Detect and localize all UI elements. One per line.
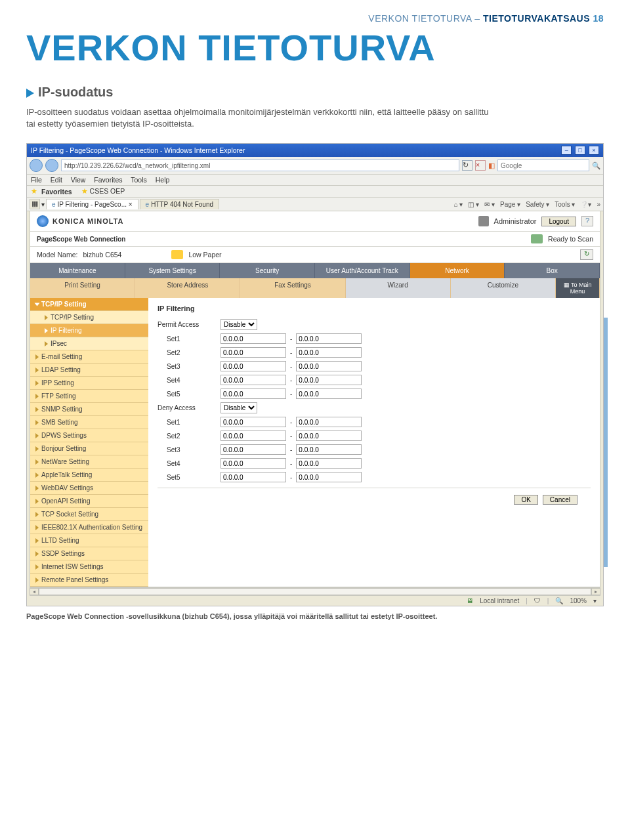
favorites-label[interactable]: Favorites xyxy=(41,188,72,196)
sidebar-item[interactable]: SSDP Settings xyxy=(30,547,148,560)
forward-button[interactable] xyxy=(45,159,58,172)
deny-ip-to[interactable] xyxy=(296,430,362,441)
minimize-icon[interactable]: – xyxy=(561,146,572,155)
permit-ip-from[interactable] xyxy=(220,388,286,399)
sidebar-item[interactable]: Remote Panel Settings xyxy=(30,574,148,587)
deny-ip-from[interactable] xyxy=(220,472,286,482)
search-go-icon[interactable]: 🔍 xyxy=(592,161,600,170)
cancel-button[interactable]: Cancel xyxy=(543,495,578,505)
nav-security[interactable]: Security xyxy=(220,263,315,278)
nav-maintenance[interactable]: Maintenance xyxy=(30,263,125,278)
permit-ip-to[interactable] xyxy=(296,375,362,385)
permit-ip-from[interactable] xyxy=(220,375,286,385)
sidebar-item-tcpip[interactable]: TCP/IP Setting xyxy=(30,311,148,324)
sidebar-head-tcpip[interactable]: TCP/IP Setting xyxy=(30,298,148,311)
scroll-track[interactable] xyxy=(39,588,591,595)
scroll-right-icon[interactable]: ▸ xyxy=(591,588,600,595)
nav-network[interactable]: Network xyxy=(410,263,505,278)
subnav-store[interactable]: Store Address xyxy=(135,278,240,298)
menu-favorites[interactable]: Favorites xyxy=(94,176,122,184)
browser-menu[interactable]: File Edit View Favorites Tools Help xyxy=(27,175,603,186)
deny-ip-from[interactable] xyxy=(220,458,286,469)
sidebar-item[interactable]: SMB Setting xyxy=(30,416,148,429)
nav-userauth[interactable]: User Auth/Account Track xyxy=(315,263,410,278)
horizontal-scrollbar[interactable]: ◂ ▸ xyxy=(30,587,600,595)
permit-ip-to[interactable] xyxy=(296,333,362,344)
sidebar-item[interactable]: SNMP Setting xyxy=(30,403,148,416)
sidebar-item-ipsec[interactable]: IPsec xyxy=(30,337,148,350)
subnav-fax[interactable]: Fax Settings xyxy=(240,278,345,298)
stop-icon[interactable]: × xyxy=(475,160,486,171)
permit-ip-from[interactable] xyxy=(220,347,286,358)
maximize-icon[interactable]: □ xyxy=(575,146,585,155)
deny-access-select[interactable]: Disable xyxy=(220,402,257,413)
sidebar-item[interactable]: OpenAPI Setting xyxy=(30,495,148,508)
feed-icon[interactable]: ◫ ▾ xyxy=(468,201,479,208)
ok-button[interactable]: OK xyxy=(514,495,537,505)
subnav-tomainmenu[interactable]: ▦ To Main Menu xyxy=(556,278,600,298)
deny-ip-from[interactable] xyxy=(220,444,286,455)
mail-icon[interactable]: ✉ ▾ xyxy=(484,201,495,208)
sidebar-item[interactable]: NetWare Setting xyxy=(30,455,148,469)
browser-search-input[interactable] xyxy=(497,159,589,171)
sidebar-item[interactable]: IEEE802.1X Authentication Setting xyxy=(30,521,148,534)
zoom-value[interactable]: 100% xyxy=(570,597,587,604)
sidebar-item[interactable]: DPWS Settings xyxy=(30,429,148,442)
deny-ip-to[interactable] xyxy=(296,472,362,482)
deny-ip-to[interactable] xyxy=(296,458,362,469)
subnav-customize[interactable]: Customize xyxy=(451,278,556,298)
tab-active[interactable]: eIP Filtering - PageSco... × xyxy=(46,199,138,209)
help-icon[interactable]: ❔▾ xyxy=(580,201,591,208)
tab-inactive[interactable]: eHTTP 404 Not Found xyxy=(140,199,219,209)
chevron-right-icon[interactable]: » xyxy=(597,201,600,208)
deny-ip-to[interactable] xyxy=(296,417,362,427)
window-buttons[interactable]: – □ × xyxy=(560,146,599,155)
scroll-left-icon[interactable]: ◂ xyxy=(30,588,39,595)
sidebar-item-ipfiltering[interactable]: IP Filtering xyxy=(30,324,148,337)
safety-menu[interactable]: Safety ▾ xyxy=(526,201,549,208)
sidebar-item[interactable]: LDAP Setting xyxy=(30,364,148,377)
subnav-wizard[interactable]: Wizard xyxy=(346,278,451,298)
refresh-icon[interactable]: ↻ xyxy=(462,160,472,171)
permit-ip-from[interactable] xyxy=(220,361,286,371)
sidebar-item[interactable]: IPP Setting xyxy=(30,377,148,390)
zoom-dropdown-icon[interactable]: ▾ xyxy=(593,597,597,604)
permit-ip-from[interactable] xyxy=(220,333,286,344)
refresh-button[interactable]: ↻ xyxy=(580,249,593,260)
subnav-print[interactable]: Print Setting xyxy=(30,278,135,298)
address-input[interactable] xyxy=(61,159,459,171)
zoom-icon[interactable]: 🔍 xyxy=(555,597,563,604)
permit-ip-to[interactable] xyxy=(296,361,362,371)
deny-ip-from[interactable] xyxy=(220,417,286,427)
menu-tools[interactable]: Tools xyxy=(131,176,147,184)
sidebar-item[interactable]: LLTD Setting xyxy=(30,534,148,547)
command-bar[interactable]: ⌂ ▾ ◫ ▾ ✉ ▾ Page ▾ Safety ▾ Tools ▾ ❔▾ » xyxy=(454,201,600,208)
sidebar-item[interactable]: FTP Setting xyxy=(30,390,148,403)
sidebar-item[interactable]: TCP Socket Setting xyxy=(30,508,148,521)
tools-menu[interactable]: Tools ▾ xyxy=(555,201,575,208)
sidebar-item[interactable]: Internet ISW Settings xyxy=(30,560,148,574)
tabswitch-icon[interactable]: ▦ xyxy=(30,199,40,209)
sidebar-item[interactable]: Bonjour Setting xyxy=(30,442,148,455)
back-button[interactable] xyxy=(30,159,43,172)
sidebar-item[interactable]: E-mail Setting xyxy=(30,350,148,364)
deny-ip-from[interactable] xyxy=(220,430,286,441)
sidebar-item[interactable]: WebDAV Settings xyxy=(30,482,148,495)
nav-system[interactable]: System Settings xyxy=(125,263,220,278)
fav-item[interactable]: CSES OEP xyxy=(90,187,125,195)
home-icon[interactable]: ⌂ ▾ xyxy=(454,201,463,208)
permit-ip-to[interactable] xyxy=(296,388,362,399)
menu-edit[interactable]: Edit xyxy=(51,176,62,184)
permit-access-select[interactable]: Disable xyxy=(220,319,257,330)
page-menu[interactable]: Page ▾ xyxy=(500,201,520,208)
logout-button[interactable]: Logout xyxy=(541,217,576,226)
star-icon[interactable]: ★ xyxy=(31,187,37,196)
menu-help[interactable]: Help xyxy=(156,176,170,184)
sidebar-item[interactable]: AppleTalk Setting xyxy=(30,469,148,482)
close-icon[interactable]: × xyxy=(589,146,599,155)
menu-file[interactable]: File xyxy=(31,176,42,184)
help-icon[interactable]: ? xyxy=(581,216,593,226)
deny-ip-to[interactable] xyxy=(296,444,362,455)
permit-ip-to[interactable] xyxy=(296,347,362,358)
nav-box[interactable]: Box xyxy=(505,263,600,278)
